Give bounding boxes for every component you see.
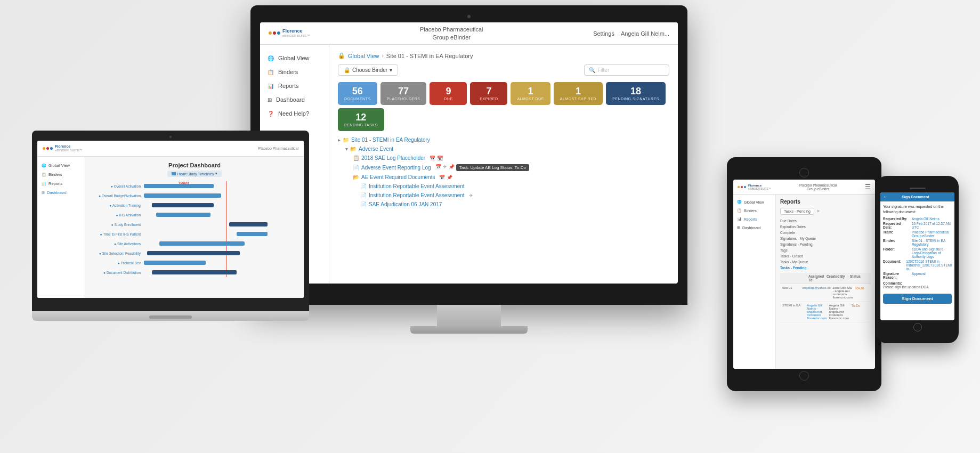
filter-option[interactable]: Tasks - Closed <box>780 253 871 259</box>
table-row[interactable]: Site 01 angelagi@yahoo.co Jane Doe MD - … <box>780 284 871 302</box>
ipad-company: Placebo Pharmaceutical Group eBinder <box>799 183 837 191</box>
filter-row: 🔒 Choose Binder ▾ 🔍 Filter <box>338 64 669 76</box>
ipad-nav-binders[interactable]: 📋 Binders <box>733 206 775 215</box>
comments-section: Comments: Please sign the updated DOA. <box>883 281 952 289</box>
file-tree: ▸ 📁 Site 01 - STEMI in EA Regulatory ▾ 📂… <box>338 135 669 209</box>
sign-document-button[interactable]: Sign Document <box>883 294 952 304</box>
stat-expired[interactable]: 7 EXPIRED <box>470 82 507 105</box>
filter-option[interactable]: Tasks - My Queue <box>780 259 871 265</box>
gantt-bar-area <box>144 203 298 208</box>
sidebar-item-global-view[interactable]: 🌐 Global View <box>260 51 329 65</box>
breadcrumb-icon: 🔒 <box>338 52 345 59</box>
filter-option[interactable]: Signatures - Pending <box>780 241 871 247</box>
gantt-bar <box>147 251 240 255</box>
logo-dot-blue <box>277 31 280 35</box>
ipad-nav-global[interactable]: 🌐 Global View <box>733 198 775 206</box>
sidebar-item-dashboard[interactable]: ⊞ Dashboard <box>260 93 329 107</box>
filter-input[interactable]: 🔍 Filter <box>584 64 669 76</box>
stat-documents[interactable]: 56 DOCUMENTS <box>338 82 377 105</box>
macbook-device: Florence eBINDER SUITE™ Placebo Pharmace… <box>32 131 309 321</box>
send2-icon[interactable]: ✈ <box>469 193 473 198</box>
mb-sidebar-dashboard[interactable]: ⊞ Dashboard <box>37 188 85 197</box>
calendar-red2-icon[interactable]: 📅 <box>439 175 445 180</box>
dashboard-title: Project Dashboard <box>91 162 298 168</box>
table-row[interactable]: STEMI in EA Angela Gill Nalins - angela.… <box>780 302 871 322</box>
filter-option[interactable]: Expiration Dates <box>780 224 871 230</box>
grid-icon: ⊞ <box>737 225 740 230</box>
stat-almost-expired[interactable]: 1 ALMOST EXPIRED <box>554 82 603 105</box>
mb-sidebar-binders[interactable]: 📋 Binders <box>37 170 85 179</box>
tree-item[interactable]: 📄 Institution Reportable Event Assessmen… <box>338 182 669 191</box>
iphone-speaker <box>910 188 926 189</box>
ipad-nav-reports[interactable]: 📊 Reports <box>733 215 775 223</box>
tree-item[interactable]: 📄 Adverse Event Reporting Log 📅 ✈ 📌 Task… <box>338 163 669 173</box>
calendar2-icon[interactable]: 📆 <box>437 156 443 161</box>
gantt-row: ● Time to First IHS Patient <box>91 229 298 239</box>
globe-icon: 🌐 <box>737 200 742 204</box>
pin-icon[interactable]: 📌 <box>449 164 455 171</box>
filter-option[interactable]: Due Dates <box>780 218 871 224</box>
mb-sidebar-global[interactable]: 🌐 Global View <box>37 161 85 170</box>
ipad-logo-text: Florence eBINDER SUITE™ <box>748 184 771 190</box>
ipad-screen: Florence eBINDER SUITE™ Placebo Pharmace… <box>733 180 875 369</box>
stat-placeholders[interactable]: 77 PLACEHOLDERS <box>380 82 427 105</box>
book-icon: 📋 <box>42 173 46 177</box>
ipad-filter-chip[interactable]: Tasks - Pending <box>780 208 814 215</box>
back-icon[interactable]: ‹ <box>884 195 886 199</box>
gantt-bar-area <box>144 270 298 275</box>
action-icons: 📅 📌 <box>439 175 452 180</box>
calendar-icon[interactable]: 📅 <box>430 156 435 161</box>
calendar-red-icon[interactable]: 📅 <box>435 164 441 171</box>
filter-option-active[interactable]: Tasks - Pending <box>780 265 871 271</box>
close-filter-icon[interactable]: ✕ <box>816 209 820 214</box>
stat-due[interactable]: 9 DUE <box>430 82 467 105</box>
stat-pending-tasks[interactable]: 12 PENDING TASKS <box>338 108 384 131</box>
breadcrumb-separator: › <box>382 53 384 59</box>
doc2-icon: 📄 <box>360 183 367 189</box>
tree-item[interactable]: 📄 Institution Reportable Event Assessmen… <box>338 191 669 200</box>
filter-option[interactable]: Complete <box>780 230 871 236</box>
logo-dots <box>269 31 280 35</box>
stat-pending-signatures[interactable]: 18 PENDING SIGNATURES <box>606 82 666 105</box>
iphone-device: ‹ Sign Document Your signature was reque… <box>876 176 959 343</box>
gantt-bar <box>144 261 206 265</box>
ipad-nav-dashboard[interactable]: ⊞ Dashboard <box>733 223 775 232</box>
imac-main-content: 🔒 Global View › Site 01 - STEMI in EA Re… <box>329 45 678 284</box>
gantt-bar-area <box>144 231 298 237</box>
chart-label[interactable]: Heart Study Timelines ▾ <box>167 171 222 177</box>
pin2-icon[interactable]: 📌 <box>447 175 452 180</box>
tree-item[interactable]: ▸ 📁 Site 01 - STEMI in EA Regulatory <box>338 135 669 144</box>
gantt-row-label: ● Overall Budget/Activation <box>91 194 144 198</box>
choose-binder-button[interactable]: 🔒 Choose Binder ▾ <box>338 64 398 76</box>
tree-item[interactable]: 📄 SAE Adjudication 06 JAN 2017 <box>338 200 669 209</box>
ipad-home-button[interactable] <box>799 371 809 381</box>
imac-bezel: Florence eBINDER SUITE™ Placebo Pharmace… <box>250 5 687 305</box>
stat-almost-due[interactable]: 1 ALMOST DUE <box>511 82 550 105</box>
macbook-body <box>32 311 309 321</box>
sidebar-item-help[interactable]: ❓ Need Help? <box>260 107 329 120</box>
breadcrumb-link-global[interactable]: Global View <box>348 53 379 59</box>
ipad-layout: 🌐 Global View 📋 Binders 📊 Reports ⊞ <box>733 195 875 369</box>
mb-sidebar-reports[interactable]: 📊 Reports <box>37 179 85 188</box>
tree-item[interactable]: ▾ 📂 Adverse Event <box>338 144 669 153</box>
doc-icon: 📄 <box>353 165 359 171</box>
sidebar-item-binders[interactable]: 📋 Binders <box>260 65 329 79</box>
iphone-home-button[interactable] <box>913 323 922 331</box>
chart-icon: 📊 <box>268 83 274 89</box>
gantt-bar-area <box>144 260 298 265</box>
imac-stand <box>437 305 501 326</box>
settings-link[interactable]: Settings <box>593 30 614 37</box>
filter-option[interactable]: Tags <box>780 247 871 253</box>
field-row-binder: Binder: Site 01 - STEMI in EA Regulatory <box>883 239 952 246</box>
tree-item[interactable]: 📋 2018 SAE Log Placeholder 📅 📆 <box>338 153 669 163</box>
ipad-home-top[interactable] <box>799 168 809 177</box>
send-icon[interactable]: ✈ <box>443 164 447 171</box>
book-icon: 📋 <box>268 69 274 75</box>
tree-item[interactable]: 📂 AE Event Required Documents 📅 📌 <box>338 173 669 182</box>
macbook-main: Project Dashboard Heart Study Timelines … <box>85 157 304 298</box>
iphone-screen: ‹ Sign Document Your signature was reque… <box>880 192 954 320</box>
ipad-dot-blue <box>744 186 746 188</box>
filter-option[interactable]: Signatures - My Queue <box>780 236 871 241</box>
sidebar-item-reports[interactable]: 📊 Reports <box>260 79 329 93</box>
menu-icon[interactable]: ☰ <box>865 183 871 191</box>
